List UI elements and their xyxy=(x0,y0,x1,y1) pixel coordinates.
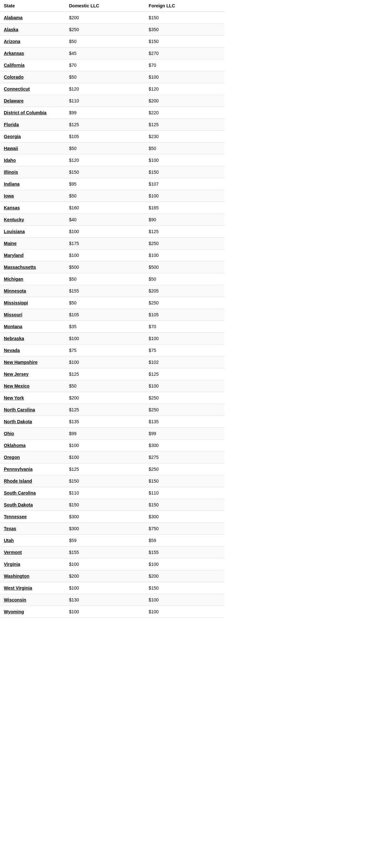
foreign-llc-cell: $230 xyxy=(145,131,225,143)
state-link[interactable]: Montana xyxy=(4,324,23,329)
foreign-llc-cell: $250 xyxy=(145,297,225,309)
state-cell: North Dakota xyxy=(0,416,65,428)
state-link[interactable]: Virginia xyxy=(4,562,20,567)
state-link[interactable]: Rhode Island xyxy=(4,478,32,484)
state-cell: Virginia xyxy=(0,558,65,570)
state-link[interactable]: Minnesota xyxy=(4,288,26,293)
state-link[interactable]: Indiana xyxy=(4,181,20,187)
state-link[interactable]: Iowa xyxy=(4,193,14,198)
state-link[interactable]: Nevada xyxy=(4,348,20,353)
foreign-llc-cell: $350 xyxy=(145,24,225,36)
state-cell: Wisconsin xyxy=(0,594,65,606)
state-link[interactable]: Wyoming xyxy=(4,609,24,614)
state-cell: Montana xyxy=(0,321,65,333)
state-link[interactable]: North Dakota xyxy=(4,419,32,424)
state-link[interactable]: Vermont xyxy=(4,550,22,555)
domestic-llc-cell: $100 xyxy=(65,558,145,570)
state-link[interactable]: South Dakota xyxy=(4,502,33,507)
state-cell: Georgia xyxy=(0,131,65,143)
state-link[interactable]: North Carolina xyxy=(4,407,35,412)
state-link[interactable]: Arizona xyxy=(4,39,20,44)
state-link[interactable]: California xyxy=(4,63,25,68)
state-cell: Utah xyxy=(0,535,65,547)
state-link[interactable]: New Jersey xyxy=(4,372,29,377)
foreign-llc-cell: $270 xyxy=(145,48,225,59)
domestic-llc-cell: $100 xyxy=(65,452,145,463)
state-link[interactable]: West Virginia xyxy=(4,585,32,591)
state-link[interactable]: Mississippi xyxy=(4,300,28,305)
state-cell: Minnesota xyxy=(0,285,65,297)
state-link[interactable]: Arkansas xyxy=(4,51,24,56)
state-link[interactable]: Wisconsin xyxy=(4,597,26,602)
state-link[interactable]: New Mexico xyxy=(4,383,30,389)
state-link[interactable]: Pennsylvania xyxy=(4,467,33,472)
foreign-llc-cell: $70 xyxy=(145,59,225,71)
table-row: Illinois$150$150 xyxy=(0,166,225,178)
header-state: State xyxy=(0,0,65,12)
state-link[interactable]: Missouri xyxy=(4,312,23,317)
domestic-llc-cell: $300 xyxy=(65,511,145,523)
table-row: New Mexico$50$100 xyxy=(0,380,225,392)
state-link[interactable]: Tennessee xyxy=(4,514,27,519)
foreign-llc-cell: $150 xyxy=(145,475,225,487)
state-link[interactable]: District of Columbia xyxy=(4,110,46,115)
domestic-llc-cell: $200 xyxy=(65,570,145,582)
state-link[interactable]: Ohio xyxy=(4,431,14,436)
state-link[interactable]: Kentucky xyxy=(4,217,24,222)
domestic-llc-cell: $135 xyxy=(65,416,145,428)
state-cell: New Hampshire xyxy=(0,356,65,368)
foreign-llc-cell: $100 xyxy=(145,558,225,570)
state-link[interactable]: Louisiana xyxy=(4,229,25,234)
state-cell: Oklahoma xyxy=(0,440,65,452)
domestic-llc-cell: $100 xyxy=(65,249,145,261)
state-link[interactable]: South Carolina xyxy=(4,490,36,496)
table-row: Kansas$160$165 xyxy=(0,202,225,214)
foreign-llc-cell: $150 xyxy=(145,166,225,178)
state-link[interactable]: Washington xyxy=(4,574,30,579)
state-link[interactable]: Hawaii xyxy=(4,146,18,151)
domestic-llc-cell: $500 xyxy=(65,261,145,273)
state-cell: Illinois xyxy=(0,166,65,178)
table-row: South Dakota$150$150 xyxy=(0,499,225,511)
state-link[interactable]: Oklahoma xyxy=(4,443,26,448)
state-cell: New Mexico xyxy=(0,380,65,392)
foreign-llc-cell: $500 xyxy=(145,261,225,273)
state-link[interactable]: New Hampshire xyxy=(4,360,37,365)
domestic-llc-cell: $99 xyxy=(65,428,145,440)
state-link[interactable]: Idaho xyxy=(4,158,16,163)
state-link[interactable]: Colorado xyxy=(4,74,24,80)
domestic-llc-cell: $160 xyxy=(65,202,145,214)
foreign-llc-cell: $107 xyxy=(145,178,225,190)
state-link[interactable]: Maryland xyxy=(4,253,24,258)
state-link[interactable]: Florida xyxy=(4,122,19,127)
state-link[interactable]: Connecticut xyxy=(4,86,30,92)
domestic-llc-cell: $150 xyxy=(65,475,145,487)
state-link[interactable]: Alaska xyxy=(4,27,18,32)
state-link[interactable]: Michigan xyxy=(4,277,24,282)
state-link[interactable]: Georgia xyxy=(4,134,21,139)
state-link[interactable]: Oregon xyxy=(4,455,20,460)
state-link[interactable]: Maine xyxy=(4,241,17,246)
state-link[interactable]: Illinois xyxy=(4,169,18,175)
state-link[interactable]: Alabama xyxy=(4,15,23,20)
state-cell: Alaska xyxy=(0,24,65,36)
state-link[interactable]: Massachusetts xyxy=(4,265,36,270)
state-link[interactable]: Utah xyxy=(4,538,14,543)
state-cell: Connecticut xyxy=(0,83,65,95)
state-link[interactable]: Texas xyxy=(4,526,16,531)
state-cell: Colorado xyxy=(0,71,65,83)
foreign-llc-cell: $100 xyxy=(145,71,225,83)
domestic-llc-cell: $50 xyxy=(65,273,145,285)
table-row: Indiana$95$107 xyxy=(0,178,225,190)
state-link[interactable]: Delaware xyxy=(4,98,24,103)
foreign-llc-cell: $50 xyxy=(145,273,225,285)
state-link[interactable]: Kansas xyxy=(4,205,20,210)
table-row: Montana$35$70 xyxy=(0,321,225,333)
state-link[interactable]: Nebraska xyxy=(4,336,24,341)
table-row: Florida$125$125 xyxy=(0,119,225,131)
domestic-llc-cell: $120 xyxy=(65,154,145,166)
foreign-llc-cell: $59 xyxy=(145,535,225,547)
domestic-llc-cell: $100 xyxy=(65,226,145,238)
state-link[interactable]: New York xyxy=(4,395,24,400)
domestic-llc-cell: $175 xyxy=(65,238,145,249)
